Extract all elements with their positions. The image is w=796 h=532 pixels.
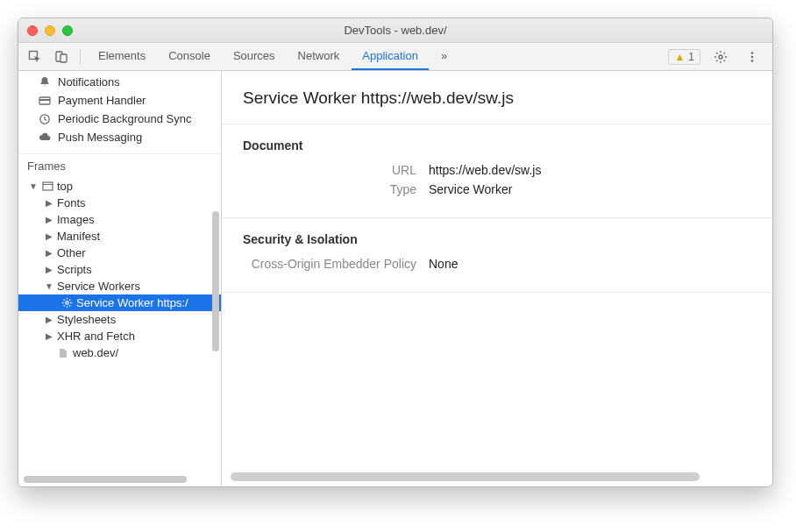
sidebar-item-label: Payment Handler (58, 94, 146, 107)
toolbar-right: ▲ 1 (668, 46, 767, 68)
main-horizontal-scrollbar[interactable] (231, 472, 764, 481)
devtools-toolbar: Elements Console Sources Network Applica… (18, 43, 772, 71)
chevron-right-icon: ▶ (45, 315, 53, 324)
minimize-icon[interactable] (45, 25, 55, 36)
chevron-right-icon: ▶ (45, 248, 53, 258)
svg-rect-10 (43, 182, 53, 190)
label-type: Type (243, 182, 429, 196)
warning-icon: ▲ (674, 51, 685, 63)
document-section: Document URL https://web.dev/sw.js Type … (222, 124, 772, 218)
sidebar-item-label: Periodic Background Sync (58, 112, 191, 125)
tree-label: Stylesheets (57, 313, 116, 326)
tree-item-webdev[interactable]: web.dev/ (18, 344, 221, 361)
svg-rect-2 (60, 54, 67, 62)
sidebar-horizontal-scrollbar[interactable] (24, 476, 216, 483)
close-icon[interactable] (27, 25, 38, 36)
page-title: Service Worker https://web.dev/sw.js (222, 71, 772, 124)
kebab-menu-icon[interactable] (741, 46, 764, 68)
document-icon (57, 347, 69, 359)
panel-tabs: Elements Console Sources Network Applica… (88, 43, 665, 70)
settings-icon[interactable] (709, 46, 732, 68)
tree-label: XHR and Fetch (57, 330, 135, 343)
sidebar-item-payment-handler[interactable]: Payment Handler (18, 91, 221, 110)
tree-item-top[interactable]: ▼ top (18, 178, 221, 195)
warning-count: 1 (688, 51, 694, 63)
chevron-right-icon: ▶ (45, 231, 53, 241)
tree-label: web.dev/ (73, 346, 118, 359)
tree-label: top (57, 180, 73, 193)
chevron-right-icon: ▶ (45, 215, 53, 224)
svg-point-12 (65, 301, 68, 304)
sidebar-item-label: Notifications (58, 75, 120, 89)
main-panel: Service Worker https://web.dev/sw.js Doc… (222, 71, 772, 486)
tree-item-other[interactable]: ▶Other (18, 245, 221, 261)
tree-label: Scripts (57, 263, 92, 276)
svg-point-6 (751, 60, 754, 62)
panel-body: Notifications Payment Handler Periodic B… (18, 71, 772, 486)
section-heading: Document (243, 138, 751, 153)
label-url: URL (243, 163, 429, 177)
tree-item-images[interactable]: ▶Images (18, 211, 221, 228)
frames-section-header: Frames (18, 153, 221, 178)
tree-item-stylesheets[interactable]: ▶Stylesheets (18, 311, 221, 328)
row-type: Type Service Worker (243, 182, 751, 196)
tab-application[interactable]: Application (352, 43, 429, 70)
value-type: Service Worker (429, 182, 512, 196)
sidebar-item-label: Push Messaging (58, 131, 142, 144)
titlebar: DevTools - web.dev/ (18, 18, 772, 43)
tree-item-xhr-fetch[interactable]: ▶XHR and Fetch (18, 328, 221, 344)
chevron-right-icon: ▶ (45, 198, 53, 208)
background-services-list: Notifications Payment Handler Periodic B… (18, 71, 221, 153)
tab-console[interactable]: Console (158, 43, 221, 70)
tab-elements[interactable]: Elements (88, 43, 156, 70)
tab-sources[interactable]: Sources (223, 43, 286, 70)
chevron-down-icon: ▼ (45, 281, 53, 291)
tree-label: Fonts (57, 196, 86, 209)
value-coep: None (429, 257, 458, 271)
application-sidebar: Notifications Payment Handler Periodic B… (18, 71, 222, 486)
chevron-right-icon: ▶ (45, 331, 53, 341)
sidebar-item-periodic-sync[interactable]: Periodic Background Sync (18, 110, 221, 128)
tree-label: Manifest (57, 230, 100, 243)
frames-tree: ▼ top ▶Fonts ▶Images ▶Manifest ▶Other ▶S… (18, 178, 221, 366)
svg-point-3 (719, 55, 722, 59)
device-toggle-icon[interactable] (50, 46, 73, 68)
devtools-window: DevTools - web.dev/ Elements Console Sou… (18, 18, 773, 487)
frame-icon (41, 181, 53, 193)
gear-icon (60, 297, 73, 309)
window-controls (27, 25, 73, 36)
inspect-icon[interactable] (24, 46, 46, 68)
tree-label: Service Worker https:/ (76, 296, 188, 309)
clock-icon (38, 112, 51, 125)
tab-network[interactable]: Network (288, 43, 351, 70)
tree-label: Other (57, 246, 86, 259)
warnings-badge[interactable]: ▲ 1 (668, 49, 700, 65)
svg-point-5 (751, 55, 754, 58)
label-coep: Cross-Origin Embedder Policy (243, 257, 429, 271)
tree-item-manifest[interactable]: ▶Manifest (18, 228, 221, 245)
tree-label: Service Workers (57, 280, 140, 293)
divider (80, 49, 81, 65)
sidebar-item-notifications[interactable]: Notifications (18, 73, 221, 91)
zoom-icon[interactable] (62, 25, 73, 36)
value-url: https://web.dev/sw.js (429, 163, 541, 177)
chevron-down-icon: ▼ (29, 181, 38, 191)
svg-rect-8 (39, 99, 50, 101)
sidebar-vertical-scrollbar[interactable] (212, 152, 219, 471)
bell-icon (38, 75, 51, 89)
more-tabs-icon[interactable]: » (430, 43, 458, 70)
tree-item-service-workers[interactable]: ▼Service Workers (18, 278, 221, 294)
svg-point-4 (751, 52, 754, 54)
tree-label: Images (57, 213, 95, 226)
tree-item-scripts[interactable]: ▶Scripts (18, 261, 221, 278)
cloud-icon (38, 131, 51, 144)
row-coep: Cross-Origin Embedder Policy None (243, 257, 751, 271)
tree-item-fonts[interactable]: ▶Fonts (18, 195, 221, 211)
row-url: URL https://web.dev/sw.js (243, 163, 751, 177)
chevron-right-icon: ▶ (45, 265, 53, 274)
section-heading: Security & Isolation (243, 232, 751, 246)
security-section: Security & Isolation Cross-Origin Embedd… (222, 218, 772, 293)
card-icon (38, 94, 51, 107)
sidebar-item-push-messaging[interactable]: Push Messaging (18, 128, 221, 146)
tree-item-service-worker-selected[interactable]: Service Worker https:/ (18, 294, 221, 311)
